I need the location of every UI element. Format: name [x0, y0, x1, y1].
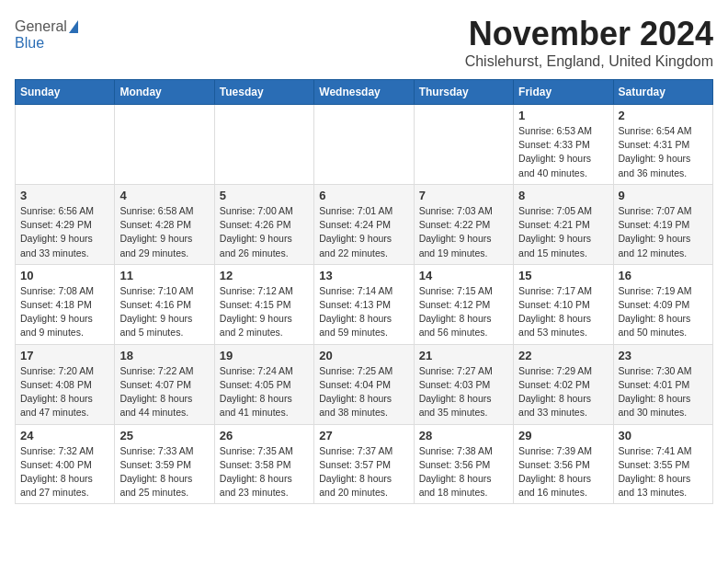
- calendar-cell: 30Sunrise: 7:41 AM Sunset: 3:55 PM Dayli…: [613, 424, 712, 504]
- day-info: Sunrise: 7:10 AM Sunset: 4:16 PM Dayligh…: [119, 284, 209, 340]
- calendar-cell: 5Sunrise: 7:00 AM Sunset: 4:26 PM Daylig…: [214, 184, 313, 264]
- day-info: Sunrise: 7:37 AM Sunset: 3:57 PM Dayligh…: [319, 444, 408, 500]
- day-info: Sunrise: 7:17 AM Sunset: 4:10 PM Dayligh…: [518, 284, 608, 340]
- day-number: 5: [220, 189, 309, 202]
- calendar-cell: 3Sunrise: 6:56 AM Sunset: 4:29 PM Daylig…: [16, 184, 115, 264]
- logo-triangle-icon: [69, 20, 78, 33]
- day-info: Sunrise: 7:33 AM Sunset: 3:59 PM Dayligh…: [119, 444, 209, 500]
- day-number: 11: [119, 269, 209, 282]
- day-info: Sunrise: 7:35 AM Sunset: 3:58 PM Dayligh…: [220, 444, 309, 500]
- day-info: Sunrise: 7:30 AM Sunset: 4:01 PM Dayligh…: [619, 364, 708, 420]
- day-info: Sunrise: 6:53 AM Sunset: 4:33 PM Dayligh…: [518, 124, 608, 180]
- calendar-cell: 29Sunrise: 7:39 AM Sunset: 3:56 PM Dayli…: [514, 424, 613, 504]
- day-number: 2: [619, 109, 708, 122]
- day-info: Sunrise: 7:39 AM Sunset: 3:56 PM Dayligh…: [518, 444, 608, 500]
- day-number: 24: [20, 429, 109, 442]
- day-number: 12: [220, 269, 309, 282]
- day-number: 3: [20, 189, 109, 202]
- calendar-cell: 25Sunrise: 7:33 AM Sunset: 3:59 PM Dayli…: [115, 424, 214, 504]
- day-number: 19: [220, 349, 309, 362]
- calendar-cell: 19Sunrise: 7:24 AM Sunset: 4:05 PM Dayli…: [214, 344, 313, 424]
- day-number: 8: [518, 189, 608, 202]
- col-tuesday: Tuesday: [214, 80, 313, 105]
- day-number: 29: [518, 429, 608, 442]
- day-number: 7: [419, 189, 508, 202]
- day-number: 16: [619, 269, 708, 282]
- day-info: Sunrise: 7:00 AM Sunset: 4:26 PM Dayligh…: [220, 204, 309, 260]
- day-info: Sunrise: 7:38 AM Sunset: 3:56 PM Dayligh…: [419, 444, 508, 500]
- day-number: 30: [619, 429, 708, 442]
- col-friday: Friday: [514, 80, 613, 105]
- logo-blue-text: Blue: [15, 35, 44, 52]
- calendar-cell: [214, 105, 313, 185]
- calendar-cell: [115, 105, 214, 185]
- day-info: Sunrise: 7:14 AM Sunset: 4:13 PM Dayligh…: [319, 284, 408, 340]
- day-info: Sunrise: 7:22 AM Sunset: 4:07 PM Dayligh…: [119, 364, 209, 420]
- day-info: Sunrise: 7:12 AM Sunset: 4:15 PM Dayligh…: [220, 284, 309, 340]
- day-info: Sunrise: 7:01 AM Sunset: 4:24 PM Dayligh…: [319, 204, 408, 260]
- page-header: General Blue November 2024 Chislehurst, …: [15, 15, 713, 70]
- calendar-cell: 6Sunrise: 7:01 AM Sunset: 4:24 PM Daylig…: [314, 184, 414, 264]
- calendar-cell: 11Sunrise: 7:10 AM Sunset: 4:16 PM Dayli…: [115, 264, 214, 344]
- calendar-cell: 24Sunrise: 7:32 AM Sunset: 4:00 PM Dayli…: [16, 424, 115, 504]
- day-info: Sunrise: 7:20 AM Sunset: 4:08 PM Dayligh…: [20, 364, 109, 420]
- day-number: 10: [20, 269, 109, 282]
- col-monday: Monday: [115, 80, 214, 105]
- calendar-cell: 27Sunrise: 7:37 AM Sunset: 3:57 PM Dayli…: [314, 424, 414, 504]
- col-wednesday: Wednesday: [314, 80, 414, 105]
- day-number: 18: [119, 349, 209, 362]
- calendar-cell: 17Sunrise: 7:20 AM Sunset: 4:08 PM Dayli…: [16, 344, 115, 424]
- day-info: Sunrise: 7:07 AM Sunset: 4:19 PM Dayligh…: [619, 204, 708, 260]
- day-number: 28: [419, 429, 508, 442]
- title-area: November 2024 Chislehurst, England, Unit…: [465, 15, 713, 70]
- calendar-cell: 26Sunrise: 7:35 AM Sunset: 3:58 PM Dayli…: [214, 424, 313, 504]
- day-number: 20: [319, 349, 408, 362]
- day-number: 15: [518, 269, 608, 282]
- day-number: 4: [119, 189, 209, 202]
- calendar-cell: 22Sunrise: 7:29 AM Sunset: 4:02 PM Dayli…: [514, 344, 613, 424]
- calendar-cell: 13Sunrise: 7:14 AM Sunset: 4:13 PM Dayli…: [314, 264, 414, 344]
- day-info: Sunrise: 7:24 AM Sunset: 4:05 PM Dayligh…: [220, 364, 309, 420]
- calendar-cell: 7Sunrise: 7:03 AM Sunset: 4:22 PM Daylig…: [414, 184, 513, 264]
- col-sunday: Sunday: [16, 80, 115, 105]
- calendar-cell: [314, 105, 414, 185]
- day-info: Sunrise: 7:08 AM Sunset: 4:18 PM Dayligh…: [20, 284, 109, 340]
- calendar-cell: 4Sunrise: 6:58 AM Sunset: 4:28 PM Daylig…: [115, 184, 214, 264]
- header-row: Sunday Monday Tuesday Wednesday Thursday…: [16, 80, 713, 105]
- month-title: November 2024: [465, 15, 713, 53]
- calendar-cell: [414, 105, 513, 185]
- day-info: Sunrise: 7:27 AM Sunset: 4:03 PM Dayligh…: [419, 364, 508, 420]
- day-number: 25: [119, 429, 209, 442]
- calendar-header: Sunday Monday Tuesday Wednesday Thursday…: [16, 80, 713, 105]
- day-number: 17: [20, 349, 109, 362]
- col-thursday: Thursday: [414, 80, 513, 105]
- day-info: Sunrise: 7:41 AM Sunset: 3:55 PM Dayligh…: [619, 444, 708, 500]
- calendar-cell: 9Sunrise: 7:07 AM Sunset: 4:19 PM Daylig…: [613, 184, 712, 264]
- calendar-cell: 14Sunrise: 7:15 AM Sunset: 4:12 PM Dayli…: [414, 264, 513, 344]
- calendar-cell: 21Sunrise: 7:27 AM Sunset: 4:03 PM Dayli…: [414, 344, 513, 424]
- day-number: 26: [220, 429, 309, 442]
- calendar-cell: 8Sunrise: 7:05 AM Sunset: 4:21 PM Daylig…: [514, 184, 613, 264]
- day-info: Sunrise: 6:56 AM Sunset: 4:29 PM Dayligh…: [20, 204, 109, 260]
- day-number: 13: [319, 269, 408, 282]
- day-number: 27: [319, 429, 408, 442]
- col-saturday: Saturday: [613, 80, 712, 105]
- calendar-week-row: 24Sunrise: 7:32 AM Sunset: 4:00 PM Dayli…: [16, 424, 713, 504]
- calendar-cell: 20Sunrise: 7:25 AM Sunset: 4:04 PM Dayli…: [314, 344, 414, 424]
- day-number: 21: [419, 349, 508, 362]
- calendar-table: Sunday Monday Tuesday Wednesday Thursday…: [15, 79, 713, 504]
- day-info: Sunrise: 6:58 AM Sunset: 4:28 PM Dayligh…: [119, 204, 209, 260]
- day-number: 6: [319, 189, 408, 202]
- day-info: Sunrise: 7:29 AM Sunset: 4:02 PM Dayligh…: [518, 364, 608, 420]
- calendar-week-row: 1Sunrise: 6:53 AM Sunset: 4:33 PM Daylig…: [16, 105, 713, 185]
- logo-general-text: General: [15, 18, 67, 35]
- calendar-week-row: 3Sunrise: 6:56 AM Sunset: 4:29 PM Daylig…: [16, 184, 713, 264]
- location-title: Chislehurst, England, United Kingdom: [465, 53, 713, 70]
- day-number: 23: [619, 349, 708, 362]
- calendar-cell: 28Sunrise: 7:38 AM Sunset: 3:56 PM Dayli…: [414, 424, 513, 504]
- calendar-cell: [16, 105, 115, 185]
- day-info: Sunrise: 7:25 AM Sunset: 4:04 PM Dayligh…: [319, 364, 408, 420]
- calendar-cell: 15Sunrise: 7:17 AM Sunset: 4:10 PM Dayli…: [514, 264, 613, 344]
- day-number: 9: [619, 189, 708, 202]
- day-info: Sunrise: 7:03 AM Sunset: 4:22 PM Dayligh…: [419, 204, 508, 260]
